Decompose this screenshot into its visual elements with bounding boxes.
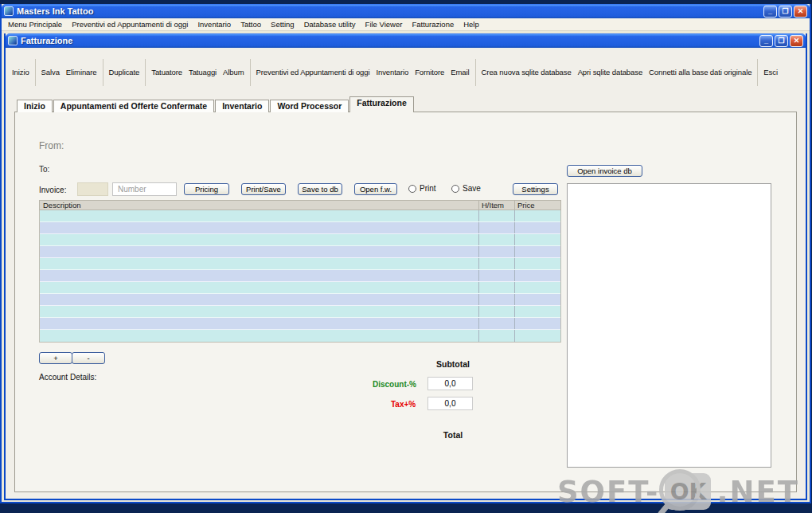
- menu-item-fatturazione[interactable]: Fatturazione: [407, 20, 459, 29]
- cell-hitem[interactable]: [478, 330, 514, 342]
- tab-appuntamenti[interactable]: Appuntamenti ed Offerte Confermate: [53, 100, 214, 112]
- cell-hitem[interactable]: [478, 270, 514, 281]
- tab-fatturazione[interactable]: Fatturazione: [349, 96, 413, 112]
- cell-description[interactable]: [40, 306, 478, 317]
- cell-price[interactable]: [514, 318, 560, 329]
- cell-hitem[interactable]: [478, 258, 514, 269]
- cell-description[interactable]: [40, 282, 478, 293]
- table-row[interactable]: [40, 306, 560, 318]
- cell-price[interactable]: [514, 258, 560, 269]
- maximize-button[interactable]: ❐: [779, 6, 792, 18]
- tab-inizio[interactable]: Inizio: [17, 100, 53, 112]
- child-titlebar[interactable]: Fatturazione _ ❐ ✕: [6, 33, 806, 48]
- cell-hitem[interactable]: [478, 234, 514, 245]
- menu-item-help[interactable]: Help: [459, 20, 484, 29]
- toolbar-item-eliminare[interactable]: Eliminare: [63, 68, 100, 76]
- table-row[interactable]: [40, 318, 560, 330]
- open-fw-button[interactable]: Open f.w.: [354, 183, 397, 195]
- table-row[interactable]: [40, 234, 560, 246]
- toolbar-item-esci[interactable]: Esci: [760, 68, 781, 76]
- print-save-button[interactable]: Print/Save: [241, 183, 286, 195]
- menu-item-menu-principale[interactable]: Menu Principale: [3, 20, 67, 29]
- table-row[interactable]: [40, 270, 560, 282]
- cell-description[interactable]: [40, 270, 478, 281]
- toolbar-item-salva[interactable]: Salva: [38, 68, 63, 76]
- cell-hitem[interactable]: [478, 318, 514, 329]
- cell-hitem[interactable]: [478, 306, 514, 317]
- table-row[interactable]: [40, 222, 560, 234]
- pricing-button[interactable]: Pricing: [184, 183, 229, 195]
- cell-description[interactable]: [40, 222, 478, 233]
- tax-input[interactable]: [427, 397, 473, 410]
- toolbar-item-inizio[interactable]: Inizio: [9, 68, 33, 76]
- table-row[interactable]: [40, 246, 560, 258]
- tab-inventario[interactable]: Inventario: [215, 100, 269, 112]
- toolbar-item-inventario[interactable]: Inventario: [373, 68, 412, 76]
- cell-price[interactable]: [514, 234, 560, 245]
- cell-price[interactable]: [514, 282, 560, 293]
- menu-item-tattoo[interactable]: Tattoo: [236, 20, 266, 29]
- cell-hitem[interactable]: [478, 246, 514, 257]
- invoice-number-input[interactable]: [112, 182, 177, 196]
- toolbar-item-tatuatore[interactable]: Tatuatore: [148, 68, 185, 76]
- cell-description[interactable]: [40, 258, 478, 269]
- minimize-button[interactable]: _: [763, 6, 777, 18]
- cell-hitem[interactable]: [478, 294, 514, 305]
- toolbar-item-connetti-db[interactable]: Connetti alla base dati originale: [646, 68, 755, 76]
- save-radio[interactable]: Save: [451, 184, 481, 193]
- toolbar-item-preventivi[interactable]: Preventivi ed Appuntamenti di oggi: [253, 68, 373, 76]
- menu-item-file-viewer[interactable]: File Viewer: [361, 20, 408, 29]
- toolbar-item-album[interactable]: Album: [220, 68, 247, 76]
- cell-price[interactable]: [514, 210, 560, 221]
- settings-button[interactable]: Settings: [513, 183, 558, 195]
- cell-price[interactable]: [514, 270, 560, 281]
- child-close-button[interactable]: ✕: [790, 35, 803, 47]
- main-window: Masters Ink Tattoo _ ❐ ✕ Menu Principale…: [0, 4, 811, 503]
- toolbar-item-duplicate[interactable]: Duplicate: [106, 68, 143, 76]
- cell-description[interactable]: [40, 330, 478, 342]
- cell-description[interactable]: [40, 246, 478, 257]
- cell-hitem[interactable]: [478, 282, 514, 293]
- remove-row-button[interactable]: -: [72, 352, 105, 364]
- child-window-icon: [8, 36, 18, 45]
- toolbar-item-apri-db[interactable]: Apri sqlite database: [575, 68, 646, 76]
- table-row[interactable]: [40, 294, 560, 306]
- cell-price[interactable]: [514, 330, 560, 342]
- menu-item-database-utility[interactable]: Database utility: [299, 20, 361, 29]
- menu-item-preventivi[interactable]: Preventivi ed Appuntamenti di oggi: [67, 20, 193, 29]
- toolbar-item-fornitore[interactable]: Fornitore: [412, 68, 447, 76]
- table-row[interactable]: [40, 282, 560, 294]
- cell-price[interactable]: [514, 222, 560, 233]
- menu-item-inventario[interactable]: Inventario: [193, 20, 236, 29]
- cell-hitem[interactable]: [478, 222, 514, 233]
- child-maximize-button[interactable]: ❐: [775, 35, 788, 47]
- cell-price[interactable]: [514, 294, 560, 305]
- toolbar-item-tatuaggi[interactable]: Tatuaggi: [185, 68, 220, 76]
- table-row[interactable]: [40, 330, 560, 342]
- close-button[interactable]: ✕: [794, 6, 807, 18]
- cell-hitem[interactable]: [478, 210, 514, 221]
- main-titlebar[interactable]: Masters Ink Tattoo _ ❐ ✕: [2, 4, 810, 18]
- child-minimize-button[interactable]: _: [759, 35, 773, 47]
- cell-description[interactable]: [40, 210, 478, 221]
- cell-description[interactable]: [40, 234, 478, 245]
- tab-word-processor[interactable]: Word Processor: [270, 100, 349, 112]
- cell-price[interactable]: [514, 306, 560, 317]
- table-row[interactable]: [40, 258, 560, 270]
- toolbar-item-crea-db[interactable]: Crea nuova sqlite database: [478, 68, 575, 76]
- open-invoice-db-button[interactable]: Open invoice db: [567, 165, 642, 177]
- save-to-db-button[interactable]: Save to db: [298, 183, 342, 195]
- cell-description[interactable]: [40, 318, 478, 329]
- discount-input[interactable]: [427, 377, 473, 390]
- print-radio[interactable]: Print: [408, 184, 436, 193]
- invoice-db-list[interactable]: [567, 183, 771, 468]
- toolbar-item-email[interactable]: Email: [447, 68, 472, 76]
- add-row-button[interactable]: +: [39, 352, 72, 364]
- toolbar-separator: [475, 59, 476, 86]
- invoice-id-field[interactable]: [77, 182, 108, 196]
- watermark-ok-badge: OK: [665, 473, 711, 510]
- cell-price[interactable]: [514, 246, 560, 257]
- table-row[interactable]: [40, 210, 560, 222]
- menu-item-setting[interactable]: Setting: [266, 20, 299, 29]
- cell-description[interactable]: [40, 294, 478, 305]
